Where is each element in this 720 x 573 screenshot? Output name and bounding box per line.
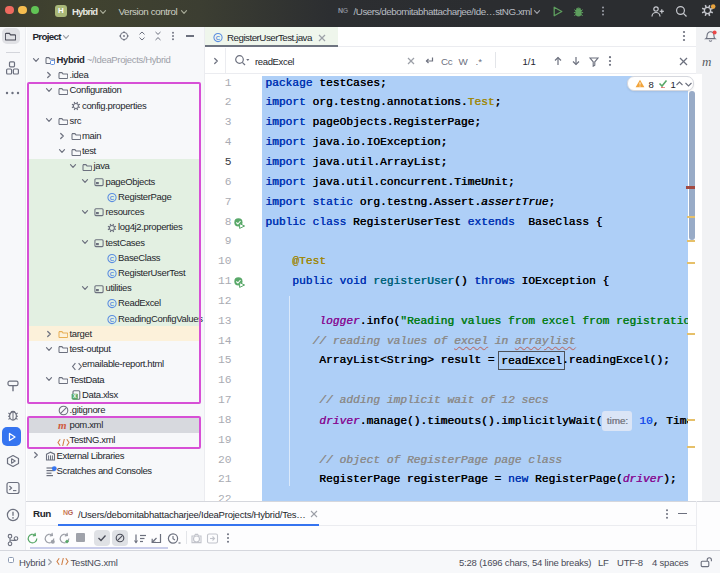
svg-text:C: C bbox=[216, 35, 221, 41]
